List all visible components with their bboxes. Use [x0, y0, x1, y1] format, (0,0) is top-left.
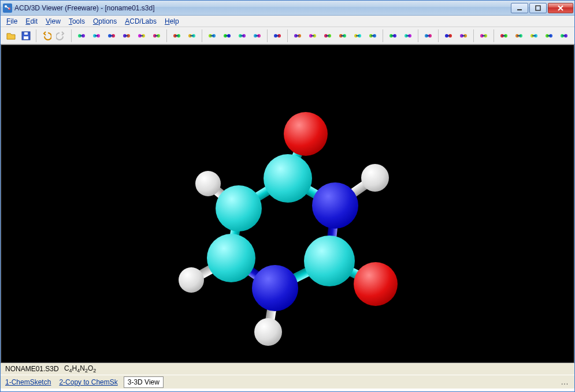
close-button[interactable] — [548, 3, 573, 13]
toolbar-bond-x2-icon[interactable] — [185, 29, 199, 43]
toolbar-dither-icon[interactable] — [270, 29, 284, 43]
toolbar-separator — [36, 29, 36, 42]
menu-file[interactable]: File — [3, 17, 21, 26]
atom-o — [354, 262, 398, 306]
minimize-button[interactable] — [511, 3, 528, 13]
tab-copy-to-chemsk[interactable]: 2-Copy to ChemSk — [57, 377, 120, 387]
menu-options[interactable]: Options — [90, 17, 120, 26]
toolbar-save-icon[interactable] — [19, 29, 33, 43]
menu-edit[interactable]: Edit — [22, 17, 41, 26]
atom-n — [252, 265, 298, 311]
toolbar-bond-x1-icon[interactable] — [170, 29, 184, 43]
svg-rect-0 — [3, 3, 12, 13]
status-filename: NONAME01.S3D — [5, 365, 59, 373]
atom-h — [195, 171, 221, 196]
toolbar-frame2-icon[interactable] — [512, 29, 526, 43]
viewport-3d[interactable] — [1, 44, 574, 363]
toolbar-zoom-icon[interactable] — [150, 29, 164, 43]
toolbar — [1, 27, 574, 44]
window-title: ACD/3D Viewer (Freeware) - [noname01.s3d… — [14, 4, 511, 12]
menu-acdlabs[interactable]: ACD/Labs — [121, 17, 160, 26]
toolbar-separator — [166, 29, 167, 42]
menu-view[interactable]: View — [42, 17, 64, 26]
toolbar-tool-d-icon[interactable] — [336, 29, 350, 43]
toolbar-separator — [418, 29, 418, 42]
toolbar-separator — [383, 29, 383, 42]
svg-rect-10 — [24, 32, 28, 35]
status-overflow[interactable]: ... — [561, 378, 572, 386]
toolbar-atoms-colored-icon[interactable] — [205, 29, 219, 43]
tab-chemsketch[interactable]: 1-ChemSketch — [3, 377, 53, 387]
titlebar: ACD/3D Viewer (Freeware) - [noname01.s3d… — [1, 1, 574, 16]
menu-tools[interactable]: Tools — [65, 17, 88, 26]
maximize-button[interactable] — [529, 3, 547, 13]
toolbar-frame3-icon[interactable] — [527, 29, 541, 43]
toolbar-frame-stop-icon[interactable] — [557, 29, 571, 43]
toolbar-dots-icon[interactable] — [235, 29, 249, 43]
toolbar-tool-e-icon[interactable] — [351, 29, 365, 43]
toolbar-separator — [473, 29, 474, 42]
toolbar-separator — [438, 29, 439, 42]
atom-h — [361, 164, 389, 192]
toolbar-open-icon[interactable] — [4, 29, 18, 43]
toolbar-tool-a-icon[interactable] — [291, 29, 305, 43]
atom-h — [179, 267, 204, 293]
toolbar-tool-c-icon[interactable] — [321, 29, 335, 43]
menubar: File Edit View Tools Options ACD/Labs He… — [1, 16, 574, 27]
toolbar-separator — [287, 29, 288, 42]
atom-c — [304, 236, 355, 286]
toolbar-mirror-x-icon[interactable] — [105, 29, 118, 43]
atom-n — [312, 182, 358, 229]
toolbar-separator — [71, 29, 72, 42]
toolbar-label-a-icon[interactable] — [421, 29, 435, 43]
toolbar-separator — [494, 29, 494, 42]
atom-o — [284, 112, 328, 156]
toolbar-butterfly-icon[interactable] — [250, 29, 264, 43]
toolbar-rotate-left-icon[interactable] — [386, 29, 400, 43]
tab-3d-view[interactable]: 3-3D View — [124, 376, 164, 388]
menu-help[interactable]: Help — [161, 17, 183, 26]
toolbar-tool-b-icon[interactable] — [306, 29, 320, 43]
toolbar-separator — [267, 29, 268, 42]
toolbar-axis-icon[interactable] — [366, 29, 380, 43]
toolbar-split-a-icon[interactable] — [442, 29, 455, 43]
status-formula: C4H4N2O2 — [64, 364, 96, 374]
toolbar-atoms-blue-icon[interactable] — [220, 29, 234, 43]
svg-rect-5 — [536, 6, 540, 10]
app-icon — [3, 3, 12, 13]
toolbar-frame-play-icon[interactable] — [542, 29, 556, 43]
atom-c — [207, 234, 255, 282]
toolbar-group-icon[interactable] — [477, 29, 491, 43]
toolbar-undo-icon[interactable] — [39, 29, 53, 43]
svg-rect-9 — [24, 36, 28, 39]
status-bar-formula: NONAME01.S3D C4H4N2O2 — [1, 363, 574, 375]
toolbar-frame1-icon[interactable] — [497, 29, 511, 43]
toolbar-rotate-red-icon[interactable] — [75, 29, 88, 43]
toolbar-redo-icon[interactable] — [54, 29, 68, 43]
toolbar-mirror-z-icon[interactable] — [135, 29, 149, 43]
toolbar-rs-label-icon[interactable] — [401, 29, 415, 43]
toolbar-rotate-blue-icon[interactable] — [90, 29, 103, 43]
atom-h — [254, 318, 282, 346]
atom-c — [216, 185, 262, 232]
status-bar-tabs: 1-ChemSketch 2-Copy to ChemSk 3-3D View … — [1, 375, 574, 389]
atom-c — [264, 154, 312, 203]
toolbar-split-b-icon[interactable] — [457, 29, 470, 43]
toolbar-separator — [202, 29, 202, 42]
toolbar-mirror-y-icon[interactable] — [120, 29, 133, 43]
